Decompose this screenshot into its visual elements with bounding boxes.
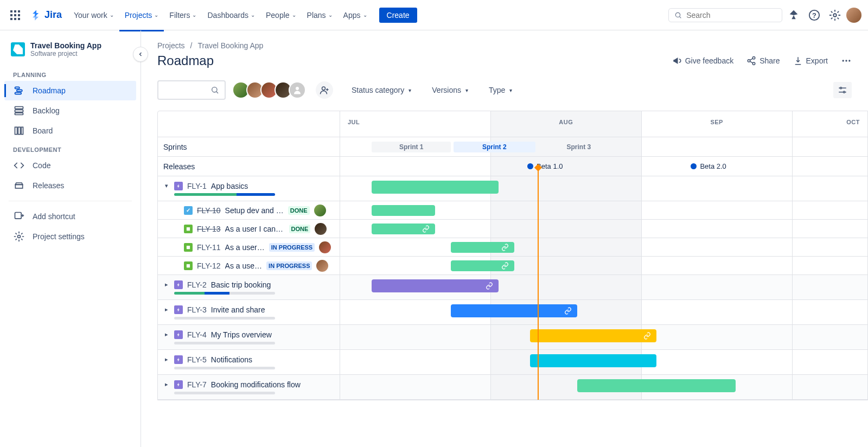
story-row[interactable]: ✓FLY-10Setup dev and …DONE [158, 201, 867, 220]
issue-key[interactable]: FLY-3 [187, 305, 207, 314]
type-filter[interactable]: Type▾ [487, 82, 514, 98]
filter-search[interactable] [157, 80, 226, 100]
issue-key[interactable]: FLY-10 [197, 206, 221, 215]
status-badge[interactable]: DONE [288, 206, 310, 215]
nav-apps[interactable]: Apps⌄ [338, 8, 373, 23]
story-icon [184, 261, 193, 270]
collapse-sidebar-button[interactable] [133, 47, 148, 62]
timeline-bar[interactable] [530, 329, 656, 342]
project-icon [11, 42, 25, 56]
timeline-bar[interactable] [451, 304, 577, 317]
issue-key[interactable]: FLY-1 [187, 182, 207, 190]
expand-toggle[interactable]: ▸ [163, 281, 170, 288]
expand-toggle[interactable]: ▸ [163, 331, 170, 338]
status-badge[interactable]: DONE [289, 225, 311, 233]
expand-toggle[interactable]: ▸ [163, 381, 170, 388]
issue-key[interactable]: FLY-5 [187, 355, 207, 364]
sidebar-item-roadmap[interactable]: Roadmap [4, 81, 136, 100]
epic-row[interactable]: ▸FLY-5Notifications [158, 350, 867, 375]
sidebar-item-code[interactable]: Code [4, 156, 136, 175]
sprint-chip[interactable]: Sprint 2 [454, 142, 535, 152]
give-feedback-button[interactable]: Give feedback [672, 56, 734, 66]
epic-icon [174, 280, 183, 289]
view-settings-button[interactable] [833, 82, 852, 98]
epic-row[interactable]: ▾FLY-1App basics [158, 176, 867, 201]
breadcrumb-projects[interactable]: Projects [157, 41, 185, 50]
sidebar-item-add-shortcut[interactable]: Add shortcut [4, 207, 136, 226]
timeline-bar[interactable] [451, 242, 514, 253]
more-actions-button[interactable] [841, 55, 852, 66]
svg-rect-3 [10, 14, 12, 16]
help-icon[interactable]: ? [805, 6, 824, 24]
versions-filter[interactable]: Versions▾ [430, 82, 470, 98]
svg-line-10 [679, 16, 681, 18]
jira-logo[interactable]: Jira [26, 9, 66, 21]
expand-toggle[interactable]: ▾ [163, 182, 170, 189]
issue-key[interactable]: FLY-13 [197, 225, 221, 233]
timeline-bar[interactable] [530, 354, 656, 367]
story-row[interactable]: FLY-11As a user…IN PROGRESS [158, 238, 867, 257]
issue-key[interactable]: FLY-12 [197, 261, 221, 270]
app-switcher-icon[interactable] [7, 7, 24, 24]
nav-filters[interactable]: Filters⌄ [164, 8, 202, 23]
nav-dashboards[interactable]: Dashboards⌄ [202, 8, 260, 23]
share-button[interactable]: Share [746, 56, 780, 66]
issue-summary: As a user I can … [225, 225, 285, 233]
epic-row[interactable]: ▸FLY-4My Trips overview [158, 325, 867, 350]
expand-toggle[interactable]: ▸ [163, 356, 170, 363]
issue-key[interactable]: FLY-11 [197, 243, 221, 252]
sprint-chip[interactable]: Sprint 1 [372, 142, 451, 152]
assignee-avatar[interactable] [316, 260, 328, 272]
profile-avatar[interactable] [846, 8, 861, 23]
epic-icon [174, 355, 183, 364]
chevron-down-icon: ⌄ [363, 12, 367, 18]
epic-row[interactable]: ▸FLY-3Invite and share [158, 300, 867, 325]
sidebar-item-project-settings[interactable]: Project settings [4, 227, 136, 246]
nav-people[interactable]: People⌄ [260, 8, 302, 23]
issue-key[interactable]: FLY-2 [187, 280, 207, 289]
sprint-chip[interactable]: Sprint 3 [538, 142, 620, 152]
timeline-bar[interactable] [372, 224, 435, 234]
release-marker[interactable]: Beta 1.0 [527, 162, 563, 170]
assignee-filter[interactable] [235, 81, 306, 99]
timeline-bar[interactable] [372, 181, 498, 194]
assignee-avatar[interactable] [315, 223, 327, 235]
assignee-avatar[interactable] [314, 205, 326, 216]
status-badge[interactable]: IN PROGRESS [266, 261, 312, 270]
breadcrumb-project-name[interactable]: Travel Booking App [197, 41, 263, 50]
epic-icon [174, 330, 183, 339]
sidebar-item-board[interactable]: Board [4, 121, 136, 141]
release-marker[interactable]: Beta 2.0 [691, 162, 726, 170]
nav-your-work[interactable]: Your work⌄ [68, 8, 119, 23]
assignee-avatar[interactable] [319, 241, 331, 253]
status-badge[interactable]: IN PROGRESS [269, 243, 315, 252]
nav-plans[interactable]: Plans⌄ [302, 8, 338, 23]
create-button[interactable]: Create [379, 8, 417, 23]
sidebar-section-label: DEVELOPMENT [4, 141, 136, 155]
story-row[interactable]: FLY-13As a user I can …DONE [158, 220, 867, 238]
epic-row[interactable]: ▸FLY-2Basic trip booking [158, 275, 867, 300]
unassigned-avatar[interactable] [289, 81, 306, 99]
epic-row[interactable]: ▸FLY-7Booking modifications flow [158, 375, 867, 400]
search-input[interactable] [686, 11, 776, 20]
expand-toggle[interactable]: ▸ [163, 306, 170, 313]
sidebar-item-releases[interactable]: Releases [4, 176, 136, 195]
settings-icon[interactable] [826, 6, 844, 24]
timeline-bar[interactable] [372, 205, 435, 216]
issue-key[interactable]: FLY-4 [187, 330, 207, 339]
notifications-icon[interactable] [784, 6, 803, 24]
issue-key[interactable]: FLY-7 [187, 380, 207, 389]
timeline-bar[interactable] [577, 379, 736, 392]
export-button[interactable]: Export [793, 56, 828, 66]
timeline-bar[interactable] [372, 279, 498, 292]
global-search[interactable] [668, 8, 782, 22]
svg-point-36 [212, 87, 217, 92]
link-icon [564, 307, 572, 315]
timeline-bar[interactable] [451, 260, 514, 271]
svg-rect-19 [15, 113, 23, 114]
story-row[interactable]: FLY-12As a use…IN PROGRESS [158, 257, 867, 275]
nav-projects[interactable]: Projects⌄ [119, 8, 164, 23]
status-category-filter[interactable]: Status category▾ [349, 82, 413, 98]
add-people-button[interactable] [316, 81, 333, 99]
sidebar-item-backlog[interactable]: Backlog [4, 101, 136, 120]
